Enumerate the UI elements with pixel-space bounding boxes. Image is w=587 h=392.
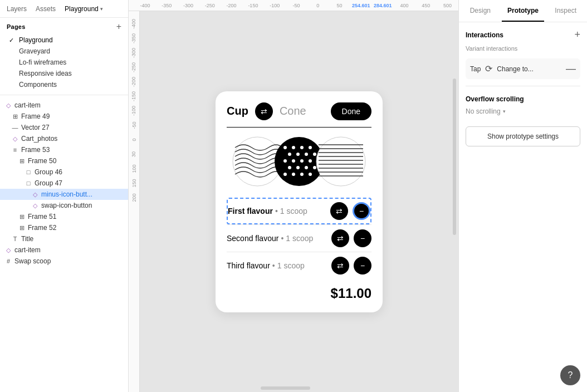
layer-name: Frame 49 xyxy=(21,112,50,120)
help-button[interactable]: ? xyxy=(560,365,580,385)
interactions-header: Interactions + xyxy=(466,29,580,41)
ruler-mark: -400 xyxy=(134,3,156,8)
swap-icon: ⇄ xyxy=(261,107,267,116)
layer-title[interactable]: T Title xyxy=(0,233,128,244)
flavours-circles xyxy=(227,136,371,187)
ruler-mark: -250 xyxy=(199,3,221,8)
svg-point-8 xyxy=(305,153,308,156)
ruler-mark-v: -50 xyxy=(131,121,136,129)
flavour-separator-2: • xyxy=(281,234,283,243)
page-item-graveyard[interactable]: Graveyard xyxy=(7,46,121,57)
layer-cart-photos[interactable]: ◇ Cart_photos xyxy=(0,133,128,144)
page-item-playground[interactable]: ✓ Playground xyxy=(7,35,121,46)
svg-point-22 xyxy=(316,137,365,186)
overflow-section: Overflow scrolling No scrolling ▾ xyxy=(466,95,580,115)
swap-flavour-button-1[interactable]: ⇄ xyxy=(330,202,348,220)
layer-frame-52[interactable]: ⊞ Frame 52 xyxy=(0,222,128,233)
flavour-actions-1: ⇄ − xyxy=(330,202,370,220)
remove-flavour-button-1[interactable]: − xyxy=(353,202,370,220)
layer-group-47[interactable]: □ Group 47 xyxy=(0,178,128,189)
section-divider xyxy=(466,86,580,86)
card-divider xyxy=(227,127,371,128)
ruler-mark-v: -100 xyxy=(131,106,136,116)
component-icon: ◇ xyxy=(4,247,12,254)
tab-playground[interactable]: Playground ▾ xyxy=(62,3,105,15)
layer-name: swap-icon-button xyxy=(41,202,92,209)
frame-icon: ⊞ xyxy=(18,158,26,165)
done-button[interactable]: Done xyxy=(331,102,371,120)
layers-section: ◇ cart-item ⊞ Frame 49 — Vector 27 ◇ Car… xyxy=(0,97,128,392)
tab-inspect[interactable]: Inspect xyxy=(544,0,587,22)
add-interaction-button[interactable]: + xyxy=(574,29,580,41)
change-icon: ⟳ xyxy=(485,63,492,74)
svg-point-18 xyxy=(283,173,287,176)
ruler-mark-v: -400 xyxy=(131,19,136,29)
page-item-components[interactable]: Components xyxy=(7,79,121,90)
flavour-scoop-2: 1 scoop xyxy=(286,234,313,243)
group-icon: □ xyxy=(25,169,32,175)
layer-name: Group 47 xyxy=(35,179,62,187)
show-prototype-settings-button[interactable]: Show prototype settings xyxy=(466,126,580,146)
svg-point-7 xyxy=(296,153,300,156)
svg-point-4 xyxy=(300,146,304,149)
frame-icon: ⊞ xyxy=(18,213,26,220)
ruler-mark: -100 xyxy=(264,3,286,8)
ruler-mark: 50 xyxy=(329,3,350,8)
layer-name: Frame 52 xyxy=(28,224,56,232)
layer-swap-scoop[interactable]: # Swap scoop xyxy=(0,256,128,267)
flavour-name-1: First flavour xyxy=(228,207,273,215)
flavour-row-3: Third flavour • 1 scoop ⇄ − xyxy=(227,252,371,279)
ruler-mark-v: 30 xyxy=(131,151,136,157)
tab-prototype[interactable]: Prototype xyxy=(502,0,545,22)
swap-flavour-button-3[interactable]: ⇄ xyxy=(331,257,349,275)
layer-swap-icon-button[interactable]: ◇ swap-icon-button xyxy=(0,200,128,211)
check-icon: ✓ xyxy=(9,37,16,44)
flavour-actions-3: ⇄ − xyxy=(331,257,371,275)
flavour-separator-3: • xyxy=(272,261,275,270)
remove-interaction-button[interactable]: — xyxy=(566,63,576,75)
component-icon: ◇ xyxy=(4,102,12,109)
layer-frame-51[interactable]: ⊞ Frame 51 xyxy=(0,211,128,222)
canvas-content: Cup ⇄ Cone Done xyxy=(140,11,458,392)
left-panel: Layers Assets Playground ▾ Pages + ✓ Pla… xyxy=(0,0,129,392)
flavour-scoop-3: 1 scoop xyxy=(277,261,305,270)
layer-frame-49[interactable]: ⊞ Frame 49 xyxy=(0,111,128,122)
ruler-mark-v: -150 xyxy=(131,91,136,101)
tab-design[interactable]: Design xyxy=(459,0,502,22)
layer-minus-icon-button[interactable]: ◇ minus-icon-butt... xyxy=(0,189,128,200)
remove-flavour-button-3[interactable]: − xyxy=(354,257,371,275)
layer-name: cart-item xyxy=(14,101,41,109)
layer-cart-item-2[interactable]: ◇ cart-item xyxy=(0,244,128,256)
divider xyxy=(0,95,128,95)
remove-flavour-button-2[interactable]: − xyxy=(354,229,371,247)
page-item-lofi[interactable]: Lo-fi wireframes xyxy=(7,57,121,68)
canvas-area[interactable]: -400 -350 -300 -250 -200 -150 -100 -50 0… xyxy=(129,0,458,392)
layer-group-46[interactable]: □ Group 46 xyxy=(0,166,128,178)
component-icon: ◇ xyxy=(11,135,19,143)
overflow-select[interactable]: No scrolling ▾ xyxy=(466,107,580,115)
layer-name: Group 46 xyxy=(35,168,62,176)
tab-layers[interactable]: Layers xyxy=(4,3,29,15)
pages-section: Pages + ✓ Playground Graveyard Lo-fi wir… xyxy=(0,18,128,92)
layer-cart-item-1[interactable]: ◇ cart-item xyxy=(0,100,128,111)
svg-point-12 xyxy=(300,159,304,163)
ruler-mark-v: -350 xyxy=(131,33,136,43)
swap-button[interactable]: ⇄ xyxy=(255,102,273,120)
layer-vector-27[interactable]: — Vector 27 xyxy=(0,122,128,133)
page-label: Components xyxy=(19,81,57,89)
layer-frame-50[interactable]: ⊞ Frame 50 xyxy=(0,155,128,166)
page-item-responsive[interactable]: Responsive ideas xyxy=(7,68,121,79)
tab-assets[interactable]: Assets xyxy=(33,3,58,15)
overflow-title: Overflow scrolling xyxy=(466,95,580,103)
add-page-button[interactable]: + xyxy=(116,22,121,31)
frame-icon: ≡ xyxy=(11,146,19,153)
right-tabs: Design Prototype Inspect xyxy=(459,0,587,22)
ruler-marks: -400 -350 -300 -250 -200 -150 -100 -50 0… xyxy=(134,3,458,8)
right-content: Interactions + Variant interactions Tap … xyxy=(459,22,587,392)
layer-frame-53[interactable]: ≡ Frame 53 xyxy=(0,144,128,155)
swap-flavour-button-2[interactable]: ⇄ xyxy=(331,229,349,247)
flavour-row-selected: First flavour • 1 scoop ⇄ − xyxy=(227,198,371,224)
page-label: Graveyard xyxy=(19,47,50,55)
ruler-mark: -300 xyxy=(178,3,199,8)
svg-point-13 xyxy=(309,159,312,163)
